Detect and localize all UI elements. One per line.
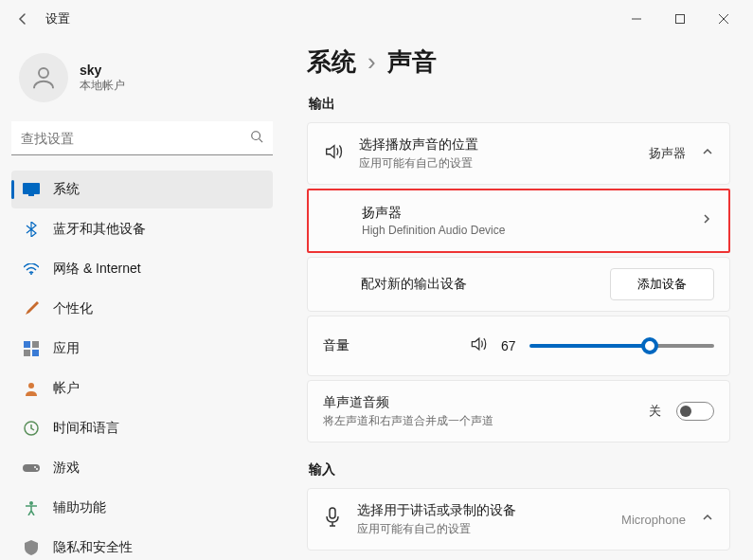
breadcrumb-root[interactable]: 系统 — [307, 45, 356, 79]
nav-item-privacy[interactable]: 隐私和安全性 — [11, 529, 273, 560]
chevron-up-icon — [701, 145, 714, 162]
playback-row[interactable]: 选择播放声音的位置 应用可能有自己的设置 扬声器 — [308, 123, 729, 184]
maximize-icon — [674, 13, 686, 25]
svg-rect-10 — [24, 350, 30, 356]
output-card: 选择播放声音的位置 应用可能有自己的设置 扬声器 — [307, 122, 730, 185]
shield-icon — [23, 539, 40, 556]
svg-rect-14 — [23, 464, 40, 472]
apps-icon — [23, 340, 40, 357]
nav-label: 系统 — [53, 181, 80, 198]
nav-label: 帐户 — [53, 380, 80, 397]
record-title: 选择用于讲话或录制的设备 — [357, 502, 606, 519]
brush-icon — [23, 300, 40, 317]
nav-label: 游戏 — [53, 460, 80, 477]
microphone-icon — [323, 507, 342, 532]
mono-title: 单声道音频 — [323, 394, 634, 411]
svg-rect-1 — [676, 15, 685, 24]
svg-point-7 — [30, 273, 32, 275]
user-block[interactable]: sky 本地帐户 — [11, 45, 273, 117]
nav-label: 隐私和安全性 — [53, 539, 133, 556]
speaker-device-row[interactable]: 扬声器 High Definition Audio Device — [309, 190, 728, 251]
speaker-title: 扬声器 — [362, 205, 685, 222]
svg-rect-9 — [32, 341, 39, 348]
window-title: 设置 — [45, 10, 70, 27]
system-icon — [23, 181, 40, 198]
minimize-icon — [631, 13, 642, 25]
nav-label: 应用 — [53, 340, 80, 357]
back-button[interactable] — [8, 4, 38, 34]
window-controls — [615, 4, 745, 34]
chevron-right-icon — [700, 212, 713, 229]
playback-subtitle: 应用可能有自己的设置 — [359, 155, 634, 172]
close-icon — [718, 13, 729, 25]
chevron-up-icon — [701, 511, 714, 528]
breadcrumb: 系统 › 声音 — [307, 45, 730, 79]
svg-rect-11 — [32, 350, 39, 356]
nav-label: 网络 & Internet — [53, 261, 141, 278]
svg-line-4 — [260, 139, 263, 143]
nav-item-time-language[interactable]: 时间和语言 — [11, 409, 273, 447]
svg-point-15 — [34, 466, 36, 468]
nav-item-apps[interactable]: 应用 — [11, 330, 273, 368]
playback-title: 选择播放声音的位置 — [359, 136, 634, 154]
svg-rect-8 — [24, 341, 30, 348]
pair-title: 配对新的输出设备 — [361, 276, 595, 293]
nav-item-accounts[interactable]: 帐户 — [11, 370, 273, 407]
avatar — [19, 53, 68, 102]
user-name: sky — [80, 63, 125, 78]
volume-slider[interactable] — [529, 344, 714, 348]
nav-label: 时间和语言 — [53, 420, 119, 437]
chevron-right-icon: › — [368, 47, 376, 77]
network-icon — [23, 261, 40, 278]
nav-item-accessibility[interactable]: 辅助功能 — [11, 489, 273, 527]
svg-rect-18 — [330, 508, 335, 518]
record-value: Microphone — [621, 513, 686, 527]
svg-point-17 — [29, 501, 33, 505]
nav-label: 个性化 — [53, 300, 93, 317]
mono-subtitle: 将左声道和右声道合并成一个声道 — [323, 413, 634, 429]
volume-label: 音量 — [323, 337, 456, 354]
svg-rect-6 — [28, 194, 34, 196]
speaker-icon — [323, 141, 344, 166]
maximize-button[interactable] — [658, 4, 702, 34]
record-subtitle: 应用可能有自己的设置 — [357, 521, 606, 537]
titlebar: 设置 — [0, 0, 753, 38]
mono-card: 单声道音频 将左声道和右声道合并成一个声道 关 — [307, 380, 730, 443]
bluetooth-icon — [23, 221, 40, 238]
gaming-icon — [23, 460, 40, 477]
input-card: 选择用于讲话或录制的设备 应用可能有自己的设置 Microphone — [307, 488, 730, 551]
back-icon — [15, 11, 30, 27]
svg-point-2 — [39, 68, 48, 78]
nav-item-system[interactable]: 系统 — [11, 171, 273, 208]
section-input-title: 输入 — [309, 461, 730, 479]
record-row[interactable]: 选择用于讲话或录制的设备 应用可能有自己的设置 Microphone — [308, 489, 729, 550]
speaker-device-card: 扬声器 High Definition Audio Device — [307, 189, 730, 253]
section-output-title: 输出 — [309, 96, 730, 113]
volume-row: 音量 67 — [307, 316, 730, 376]
breadcrumb-current: 声音 — [387, 45, 437, 79]
search-icon — [250, 130, 263, 147]
search-wrap — [11, 121, 273, 155]
nav-item-bluetooth[interactable]: 蓝牙和其他设备 — [11, 210, 273, 248]
svg-rect-5 — [23, 183, 40, 194]
nav-item-gaming[interactable]: 游戏 — [11, 449, 273, 487]
main-content: 系统 › 声音 输出 选择播放声音的位置 应用可能有自己的设置 扬声器 扬声器 … — [284, 38, 753, 560]
volume-value: 67 — [501, 338, 516, 353]
close-button[interactable] — [702, 4, 745, 34]
search-input[interactable] — [11, 121, 273, 155]
nav-label: 蓝牙和其他设备 — [53, 221, 146, 238]
volume-icon[interactable] — [469, 334, 488, 357]
mono-toggle[interactable] — [676, 402, 714, 421]
nav: 系统 蓝牙和其他设备 网络 & Internet 个性化 应用 帐户 — [11, 171, 273, 560]
nav-label: 辅助功能 — [53, 499, 106, 516]
svg-point-16 — [36, 468, 38, 470]
minimize-button[interactable] — [615, 4, 658, 34]
add-device-button[interactable]: 添加设备 — [610, 268, 714, 300]
sidebar: sky 本地帐户 系统 蓝牙和其他设备 网络 & Internet — [0, 38, 284, 560]
nav-item-network[interactable]: 网络 & Internet — [11, 250, 273, 288]
clock-icon — [23, 420, 40, 437]
accounts-icon — [23, 380, 40, 397]
accessibility-icon — [23, 499, 40, 516]
mono-row: 单声道音频 将左声道和右声道合并成一个声道 关 — [308, 381, 729, 442]
nav-item-personalization[interactable]: 个性化 — [11, 290, 273, 328]
